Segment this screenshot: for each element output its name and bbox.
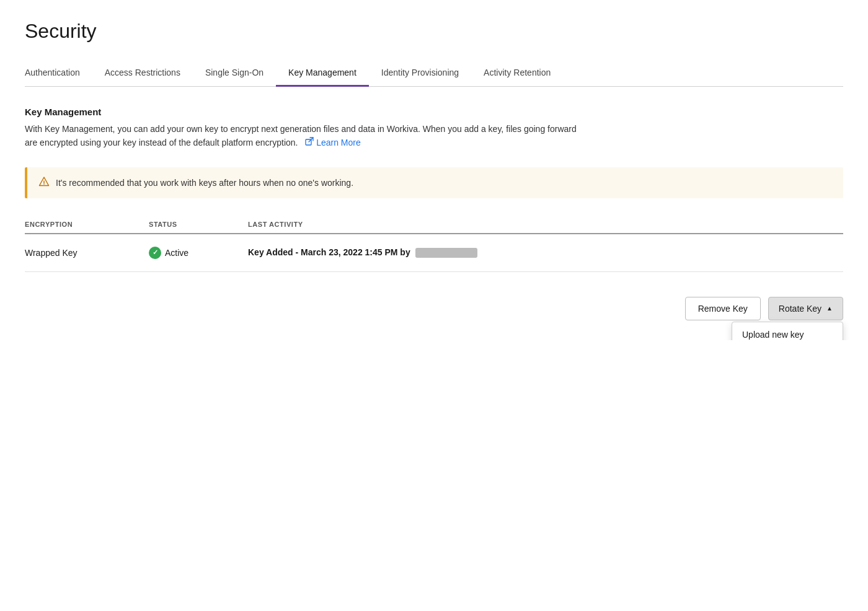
header-encryption: ENCRYPTION [25,221,149,228]
key-management-table: ENCRYPTION STATUS LAST ACTIVITY Wrapped … [25,221,843,272]
tab-activity-retention[interactable]: Activity Retention [471,60,563,87]
learn-more-link[interactable]: Learn More [305,136,361,149]
caret-up-icon: ▲ [826,305,833,312]
header-last-activity: LAST ACTIVITY [248,221,843,228]
page-container: Security Authentication Access Restricti… [0,0,868,340]
table-row: Wrapped Key Active Key Added - March 23,… [25,234,843,272]
cell-encryption: Wrapped Key [25,248,149,258]
status-label: Active [165,248,188,258]
table-header: ENCRYPTION STATUS LAST ACTIVITY [25,221,843,234]
rotate-key-dropdown: Upload new key Generate new key [732,322,843,340]
active-status-icon [149,247,161,259]
section-description: With Key Management, you can add your ow… [25,122,583,150]
tab-authentication[interactable]: Authentication [25,60,92,87]
external-link-icon [305,136,314,149]
upload-new-key-option[interactable]: Upload new key [732,322,843,340]
redacted-user-name [415,248,477,258]
tab-navigation: Authentication Access Restrictions Singl… [25,60,843,87]
tab-single-sign-on[interactable]: Single Sign-On [193,60,276,87]
tab-key-management[interactable]: Key Management [276,60,369,87]
tab-access-restrictions[interactable]: Access Restrictions [92,60,193,87]
remove-key-button[interactable]: Remove Key [685,297,761,320]
header-status: STATUS [149,221,248,228]
rotate-key-wrapper: Rotate Key ▲ Upload new key Generate new… [768,297,843,320]
warning-text: It's recommended that you work with keys… [56,178,353,188]
section-description-area: Key Management With Key Management, you … [25,107,843,150]
actions-row: Remove Key Rotate Key ▲ Upload new key G… [25,297,843,320]
cell-last-activity: Key Added - March 23, 2022 1:45 PM by [248,247,843,258]
tab-identity-provisioning[interactable]: Identity Provisioning [369,60,471,87]
cell-status: Active [149,247,248,259]
warning-icon [38,176,50,190]
svg-point-3 [43,184,44,185]
warning-banner: It's recommended that you work with keys… [25,167,843,198]
page-title: Security [25,20,843,43]
rotate-key-button[interactable]: Rotate Key ▲ [768,297,843,320]
section-title: Key Management [25,107,843,117]
